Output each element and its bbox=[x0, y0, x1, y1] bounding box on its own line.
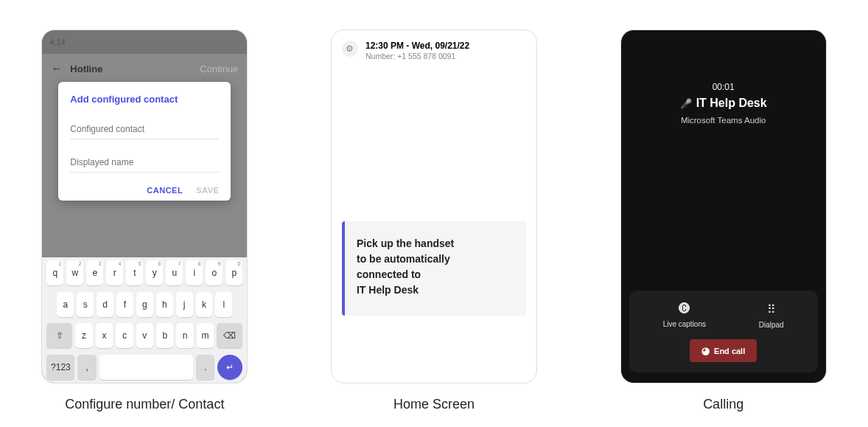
call-subtitle: Microsoft Teams Audio bbox=[681, 116, 766, 125]
continue-button[interactable]: Continue bbox=[200, 63, 238, 74]
caption-home: Home Screen bbox=[393, 397, 475, 412]
key-backspace[interactable]: ⌫ bbox=[217, 323, 242, 348]
key-g[interactable]: g bbox=[136, 292, 153, 317]
save-button[interactable]: SAVE bbox=[196, 186, 219, 195]
dialpad-icon: ⠿ bbox=[767, 302, 776, 316]
key-s[interactable]: s bbox=[77, 292, 94, 317]
key-comma[interactable]: , bbox=[77, 355, 96, 380]
call-title: IT Help Desk bbox=[696, 97, 767, 110]
card-text-line4: IT Help Desk bbox=[357, 284, 419, 296]
settings-icon[interactable]: ⚙ bbox=[342, 41, 358, 57]
key-c[interactable]: c bbox=[116, 323, 133, 348]
key-space[interactable] bbox=[99, 355, 193, 380]
key-l[interactable]: l bbox=[215, 292, 232, 317]
caption-configure: Configure number/ Contact bbox=[65, 397, 224, 412]
status-bar: 4:14 bbox=[42, 30, 247, 54]
card-text-line2: to be automatically bbox=[357, 253, 450, 265]
app-header: ← Hotline Continue bbox=[42, 54, 247, 83]
status-time: 4:14 bbox=[49, 38, 65, 46]
clock-date: 12:30 PM - Wed, 09/21/22 bbox=[365, 41, 469, 51]
phone-calling: 00:01 🎤 IT Help Desk Microsoft Teams Aud… bbox=[620, 29, 827, 383]
dialpad-button[interactable]: ⠿ Dialpad bbox=[759, 302, 784, 329]
end-call-label: End call bbox=[714, 347, 745, 355]
key-p[interactable]: p0 bbox=[225, 260, 242, 285]
key-j[interactable]: j bbox=[176, 292, 193, 317]
card-text-line3: connected to bbox=[357, 268, 421, 280]
back-icon[interactable]: ← bbox=[51, 62, 63, 75]
key-period[interactable]: . bbox=[196, 355, 214, 380]
cancel-button[interactable]: CANCEL bbox=[147, 186, 183, 195]
key-r[interactable]: r4 bbox=[106, 260, 123, 285]
key-k[interactable]: k bbox=[196, 292, 213, 317]
key-m[interactable]: m bbox=[197, 323, 214, 348]
key-d[interactable]: d bbox=[97, 292, 113, 317]
key-numeric[interactable]: ?123 bbox=[46, 355, 74, 380]
key-enter[interactable]: ↵ bbox=[217, 355, 242, 380]
key-n[interactable]: n bbox=[176, 323, 193, 348]
key-f[interactable]: f bbox=[116, 292, 133, 317]
key-h[interactable]: h bbox=[156, 292, 173, 317]
phone-number-label: Number: +1 555 878 0091 bbox=[365, 52, 469, 60]
add-contact-dialog: Add configured contact CANCEL SAVE bbox=[58, 82, 231, 201]
captions-icon: 🅒 bbox=[679, 302, 690, 316]
key-e[interactable]: e3 bbox=[86, 260, 103, 285]
key-b[interactable]: b bbox=[156, 323, 173, 348]
instruction-card: Pick up the handset to be automatically … bbox=[342, 221, 526, 316]
caption-calling: Calling bbox=[703, 397, 743, 412]
page-title: Hotline bbox=[70, 63, 102, 74]
home-header: ⚙ 12:30 PM - Wed, 09/21/22 Number: +1 55… bbox=[332, 30, 536, 66]
call-controls-panel: 🅒 Live captions ⠿ Dialpad ◕ End call bbox=[629, 291, 818, 372]
configured-contact-input[interactable] bbox=[70, 119, 219, 139]
live-captions-label: Live captions bbox=[663, 320, 706, 328]
key-u[interactable]: u7 bbox=[166, 260, 183, 285]
key-v[interactable]: v bbox=[136, 323, 153, 348]
hangup-icon: ◕ bbox=[701, 345, 710, 356]
key-o[interactable]: o9 bbox=[206, 260, 223, 285]
key-x[interactable]: x bbox=[96, 323, 113, 348]
key-t[interactable]: t5 bbox=[126, 260, 143, 285]
live-captions-button[interactable]: 🅒 Live captions bbox=[663, 302, 706, 329]
microphone-icon: 🎤 bbox=[680, 98, 692, 109]
end-call-button[interactable]: ◕ End call bbox=[690, 339, 757, 362]
key-z[interactable]: z bbox=[75, 323, 92, 348]
dialog-title: Add configured contact bbox=[70, 94, 219, 105]
key-i[interactable]: i8 bbox=[186, 260, 203, 285]
key-y[interactable]: y6 bbox=[146, 260, 163, 285]
phone-configure-contact: 4:14 ← Hotline Continue Add configured c… bbox=[41, 29, 248, 383]
key-a[interactable]: a bbox=[57, 292, 74, 317]
dialpad-label: Dialpad bbox=[759, 321, 784, 329]
phone-home-screen: ⚙ 12:30 PM - Wed, 09/21/22 Number: +1 55… bbox=[331, 29, 537, 383]
call-timer: 00:01 bbox=[713, 82, 735, 92]
key-shift[interactable]: ⇧ bbox=[46, 323, 72, 348]
on-screen-keyboard: q1 w2 e3 r4 t5 y6 u7 i8 o9 p0 a s d f g … bbox=[42, 257, 247, 383]
key-q[interactable]: q1 bbox=[46, 260, 63, 285]
card-text-line1: Pick up the handset bbox=[357, 237, 454, 249]
key-w[interactable]: w2 bbox=[66, 260, 83, 285]
displayed-name-input[interactable] bbox=[70, 153, 219, 173]
